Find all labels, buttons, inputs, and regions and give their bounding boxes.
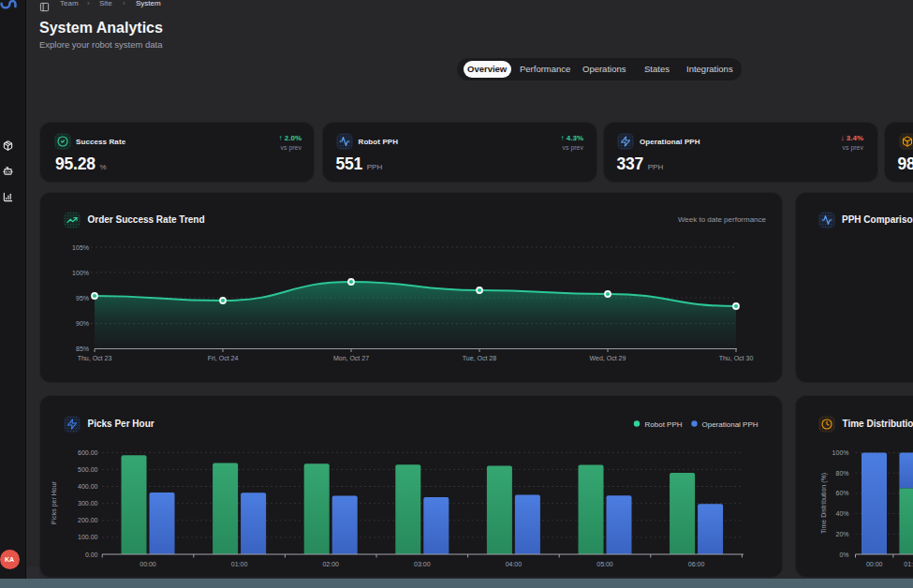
svg-text:80%: 80% bbox=[835, 470, 848, 477]
svg-text:Wed, Oct 29: Wed, Oct 29 bbox=[590, 355, 626, 361]
svg-text:100%: 100% bbox=[72, 270, 89, 276]
svg-text:Thu, Oct 30: Thu, Oct 30 bbox=[719, 355, 754, 361]
svg-text:95%: 95% bbox=[76, 295, 89, 301]
svg-text:500.00: 500.00 bbox=[78, 466, 98, 473]
svg-text:Mon, Oct 27: Mon, Oct 27 bbox=[333, 355, 369, 361]
svg-text:40%: 40% bbox=[835, 510, 848, 517]
svg-text:100%: 100% bbox=[832, 449, 849, 456]
svg-text:400.00: 400.00 bbox=[78, 483, 98, 490]
svg-text:04:00: 04:00 bbox=[506, 561, 523, 567]
svg-text:Robot PPH: Robot PPH bbox=[645, 420, 683, 429]
svg-text:Picks per Hour: Picks per Hour bbox=[51, 480, 58, 524]
svg-text:100.00: 100.00 bbox=[78, 534, 98, 540]
svg-text:90%: 90% bbox=[76, 320, 89, 327]
svg-text:03:00: 03:00 bbox=[414, 561, 431, 567]
svg-text:85%: 85% bbox=[76, 345, 89, 352]
svg-text:02:00: 02:00 bbox=[322, 561, 339, 567]
svg-text:60%: 60% bbox=[835, 490, 848, 496]
svg-text:0.00: 0.00 bbox=[85, 551, 98, 558]
svg-text:300.00: 300.00 bbox=[78, 500, 98, 507]
svg-text:600.00: 600.00 bbox=[78, 449, 98, 456]
svg-text:01:00: 01:00 bbox=[904, 561, 913, 567]
svg-text:00:00: 00:00 bbox=[866, 561, 883, 567]
svg-text:Fri, Oct 24: Fri, Oct 24 bbox=[208, 355, 239, 361]
svg-text:0%: 0% bbox=[839, 551, 848, 558]
svg-text:Thu, Oct 23: Thu, Oct 23 bbox=[78, 355, 112, 361]
svg-text:00:00: 00:00 bbox=[140, 561, 156, 567]
svg-text:05:00: 05:00 bbox=[596, 561, 613, 567]
svg-text:Time Distribution (%): Time Distribution (%) bbox=[820, 473, 828, 534]
svg-text:20%: 20% bbox=[835, 531, 848, 537]
svg-text:200.00: 200.00 bbox=[78, 517, 98, 523]
svg-text:105%: 105% bbox=[72, 244, 89, 251]
svg-text:06:00: 06:00 bbox=[688, 561, 705, 567]
svg-text:Operational PPH: Operational PPH bbox=[702, 420, 758, 429]
svg-text:Tue, Oct 28: Tue, Oct 28 bbox=[463, 355, 496, 361]
svg-text:01:00: 01:00 bbox=[231, 561, 248, 567]
